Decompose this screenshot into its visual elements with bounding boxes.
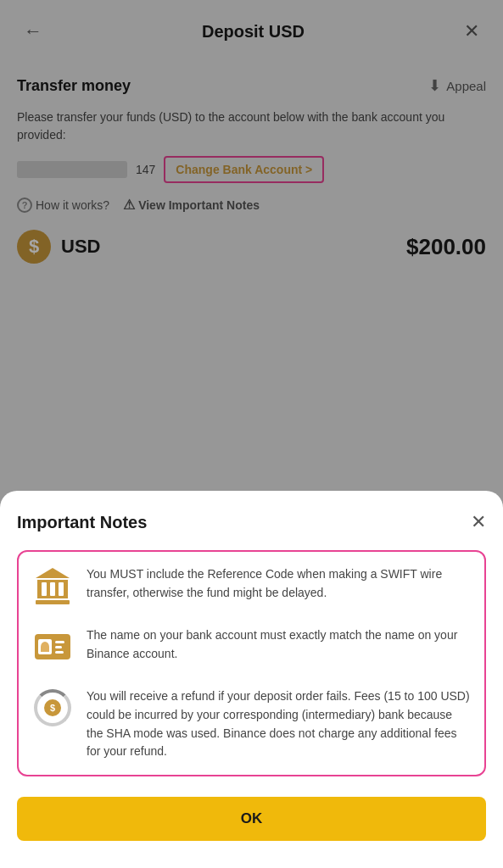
notes-list: You MUST include the Reference Code when… (17, 550, 486, 776)
note-text-3: You will receive a refund if your deposi… (87, 687, 471, 761)
note-item-3: $ You will receive a refund if your depo… (32, 687, 471, 761)
ok-button[interactable]: OK (17, 797, 486, 841)
note-text-2: The name on your bank account must exact… (87, 626, 471, 663)
coin-icon: $ (44, 699, 61, 716)
sheet-title: Important Notes (17, 513, 147, 532)
id-card-icon (32, 626, 73, 667)
sheet-close-button[interactable]: ✕ (471, 511, 486, 533)
note-item-1: You MUST include the Reference Code when… (32, 565, 471, 606)
note-item-2: The name on your bank account must exact… (32, 626, 471, 667)
bottom-sheet: Important Notes ✕ You M (0, 491, 503, 868)
bank-icon (32, 565, 73, 606)
note-text-1: You MUST include the Reference Code when… (87, 565, 471, 602)
refund-icon: $ (32, 687, 73, 728)
phone-container: ← Deposit USD ✕ Transfer money ⬇ Appeal … (0, 0, 503, 868)
sheet-header: Important Notes ✕ (17, 511, 486, 533)
